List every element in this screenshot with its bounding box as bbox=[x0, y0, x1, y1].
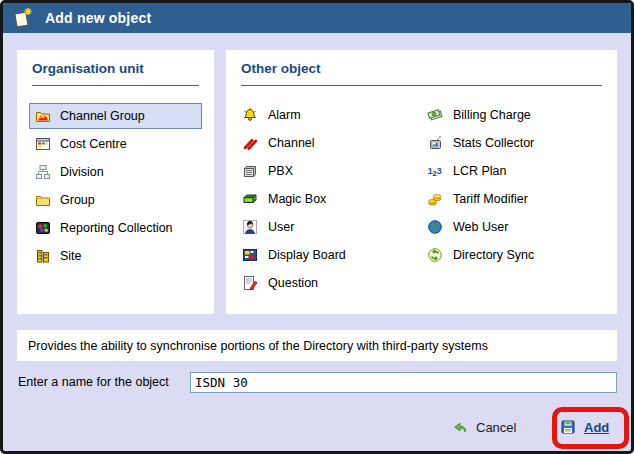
lcr-plan-icon: 1 2 3 bbox=[427, 163, 443, 179]
heading-divider bbox=[241, 85, 602, 86]
org-item-group[interactable]: Group bbox=[29, 187, 202, 213]
site-icon bbox=[35, 248, 51, 264]
undo-arrow-icon bbox=[452, 419, 468, 435]
obj-item-alarm[interactable]: Alarm bbox=[242, 101, 346, 129]
org-item-label: Channel Group bbox=[60, 109, 145, 123]
group-icon bbox=[35, 192, 51, 208]
tariff-modifier-icon bbox=[427, 191, 443, 207]
svg-text:3: 3 bbox=[437, 165, 442, 176]
org-item-label: Cost Centre bbox=[60, 137, 127, 151]
org-item-label: Reporting Collection bbox=[60, 221, 173, 235]
other-object-column-2: Billing Charge Stats Collector bbox=[427, 101, 534, 269]
stats-collector-icon bbox=[427, 135, 443, 151]
org-item-cost-centre[interactable]: Cost Centre bbox=[29, 131, 202, 157]
web-user-icon bbox=[427, 219, 443, 235]
org-item-division[interactable]: Division bbox=[29, 159, 202, 185]
floppy-disk-icon bbox=[560, 419, 576, 435]
obj-item-label: Alarm bbox=[268, 108, 301, 122]
obj-item-lcr-plan[interactable]: 1 2 3 LCR Plan bbox=[427, 157, 534, 185]
obj-item-label: PBX bbox=[268, 164, 293, 178]
dialog-titlebar: Add new object bbox=[3, 3, 631, 33]
org-item-label: Site bbox=[60, 249, 82, 263]
object-description: Provides the ability to synchronise port… bbox=[17, 330, 617, 361]
obj-item-tariff-modifier[interactable]: Tariff Modifier bbox=[427, 185, 534, 213]
org-item-channel-group[interactable]: Channel Group bbox=[29, 103, 202, 129]
question-icon bbox=[242, 275, 258, 291]
add-new-object-dialog: Add new object Organisation unit Channel… bbox=[0, 0, 634, 454]
other-object-panel: Other object Alarm bbox=[226, 50, 617, 314]
obj-item-label: Display Board bbox=[268, 248, 346, 262]
new-document-sparkle-icon bbox=[12, 7, 34, 29]
org-item-label: Group bbox=[60, 193, 95, 207]
obj-item-pbx[interactable]: PBX bbox=[242, 157, 346, 185]
obj-item-label: Magic Box bbox=[268, 192, 326, 206]
obj-item-web-user[interactable]: Web User bbox=[427, 213, 534, 241]
obj-item-label: Channel bbox=[268, 136, 315, 150]
heading-divider bbox=[32, 85, 199, 86]
org-item-label: Division bbox=[60, 165, 104, 179]
magic-box-icon bbox=[242, 191, 258, 207]
pbx-icon bbox=[242, 163, 258, 179]
obj-item-billing-charge[interactable]: Billing Charge bbox=[427, 101, 534, 129]
reporting-collection-icon bbox=[35, 220, 51, 236]
channel-icon bbox=[242, 135, 258, 151]
obj-item-stats-collector[interactable]: Stats Collector bbox=[427, 129, 534, 157]
name-field-label: Enter a name for the object bbox=[18, 372, 169, 393]
obj-item-label: Directory Sync bbox=[453, 248, 534, 262]
obj-item-user[interactable]: User bbox=[242, 213, 346, 241]
obj-item-label: Billing Charge bbox=[453, 108, 531, 122]
obj-item-magic-box[interactable]: Magic Box bbox=[242, 185, 346, 213]
other-object-heading: Other object bbox=[241, 61, 602, 76]
cost-centre-icon bbox=[35, 136, 51, 152]
channel-group-icon bbox=[35, 108, 51, 124]
obj-item-label: Stats Collector bbox=[453, 136, 534, 150]
cancel-label: Cancel bbox=[476, 420, 516, 435]
obj-item-question[interactable]: Question bbox=[242, 269, 346, 297]
division-icon bbox=[35, 164, 51, 180]
obj-item-label: Tariff Modifier bbox=[453, 192, 528, 206]
other-object-column-1: Alarm Channel bbox=[242, 101, 346, 297]
directory-sync-icon bbox=[427, 247, 443, 263]
alarm-bell-icon bbox=[242, 107, 258, 123]
cancel-button[interactable]: Cancel bbox=[452, 417, 516, 437]
obj-item-label: Web User bbox=[453, 220, 508, 234]
billing-charge-icon bbox=[427, 107, 443, 123]
display-board-icon bbox=[242, 247, 258, 263]
add-label: Add bbox=[584, 420, 609, 435]
obj-item-label: Question bbox=[268, 276, 318, 290]
org-item-site[interactable]: Site bbox=[29, 243, 202, 269]
org-item-reporting-collection[interactable]: Reporting Collection bbox=[29, 215, 202, 241]
obj-item-channel[interactable]: Channel bbox=[242, 129, 346, 157]
obj-item-label: User bbox=[268, 220, 294, 234]
organisation-unit-list: Channel Group Cost Centre bbox=[17, 103, 214, 271]
dialog-title: Add new object bbox=[45, 10, 151, 26]
organisation-unit-heading: Organisation unit bbox=[32, 61, 199, 76]
user-icon bbox=[242, 219, 258, 235]
obj-item-display-board[interactable]: Display Board bbox=[242, 241, 346, 269]
add-button[interactable]: Add bbox=[560, 417, 609, 437]
obj-item-label: LCR Plan bbox=[453, 164, 507, 178]
object-name-input[interactable] bbox=[190, 372, 617, 393]
organisation-unit-panel: Organisation unit Channel Group bbox=[17, 50, 214, 314]
obj-item-directory-sync[interactable]: Directory Sync bbox=[427, 241, 534, 269]
